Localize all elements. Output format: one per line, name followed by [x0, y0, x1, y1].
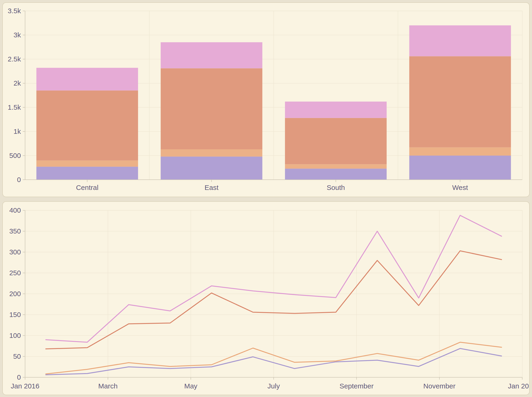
x-tick-label: Jan 2016 — [11, 382, 39, 390]
bar-segment-central-series-tan[interactable] — [37, 161, 138, 167]
y-tick-label: 50 — [13, 353, 21, 360]
bar-chart-svg: 05001k1.5k2k2.5k3k3.5kCentralEastSouthWe… — [3, 3, 529, 196]
x-category-label: West — [452, 184, 468, 191]
y-tick-label: 350 — [9, 227, 21, 235]
y-tick-label: 3k — [13, 31, 21, 39]
line-chart-panel: 050100150200250300350400Jan 2016MarchMay… — [2, 201, 530, 395]
x-category-label: Central — [76, 184, 98, 191]
bar-segment-east-series-purple[interactable] — [161, 156, 262, 180]
y-tick-label: 0 — [17, 373, 21, 381]
x-tick-label: November — [423, 382, 456, 390]
bar-segment-east-series-pink[interactable] — [161, 42, 262, 68]
y-tick-label: 300 — [9, 248, 21, 256]
bar-chart-panel: 05001k1.5k2k2.5k3k3.5kCentralEastSouthWe… — [2, 2, 530, 197]
y-tick-label: 3.5k — [8, 7, 21, 15]
bar-segment-west-series-tan[interactable] — [409, 148, 511, 155]
bar-segment-central-series-salmon[interactable] — [37, 90, 138, 161]
bar-segment-east-series-tan[interactable] — [161, 149, 262, 156]
bar-segment-south-series-pink[interactable] — [285, 102, 387, 118]
bar-segment-east-series-salmon[interactable] — [161, 68, 262, 149]
x-tick-label: May — [184, 382, 197, 390]
x-tick-label: September — [340, 382, 374, 390]
y-tick-label: 150 — [9, 311, 21, 318]
bar-segment-south-series-salmon[interactable] — [285, 118, 387, 164]
y-tick-label: 2k — [13, 79, 21, 87]
bar-segment-west-series-pink[interactable] — [409, 25, 511, 56]
bar-segment-south-series-tan[interactable] — [285, 164, 387, 169]
x-category-label: East — [204, 184, 219, 191]
x-tick-label: July — [267, 382, 280, 390]
y-tick-label: 250 — [9, 269, 21, 277]
y-tick-label: 1.5k — [8, 103, 21, 111]
y-tick-label: 1k — [13, 128, 21, 135]
line-chart-svg: 050100150200250300350400Jan 2016MarchMay… — [3, 202, 529, 394]
y-tick-label: 100 — [9, 332, 21, 339]
bar-segment-west-series-salmon[interactable] — [409, 56, 511, 148]
bar-segment-central-series-pink[interactable] — [37, 68, 138, 90]
bar-segment-central-series-purple[interactable] — [37, 167, 138, 180]
y-tick-label: 200 — [9, 290, 21, 298]
y-tick-label: 500 — [9, 152, 21, 159]
x-tick-label: Jan 2017 — [508, 382, 529, 390]
bar-segment-south-series-purple[interactable] — [285, 169, 387, 180]
x-category-label: South — [327, 184, 345, 191]
x-tick-label: March — [98, 382, 117, 390]
bar-segment-west-series-purple[interactable] — [409, 155, 511, 180]
y-tick-label: 400 — [9, 206, 21, 214]
y-tick-label: 2.5k — [8, 55, 21, 63]
y-tick-label: 0 — [17, 176, 21, 183]
